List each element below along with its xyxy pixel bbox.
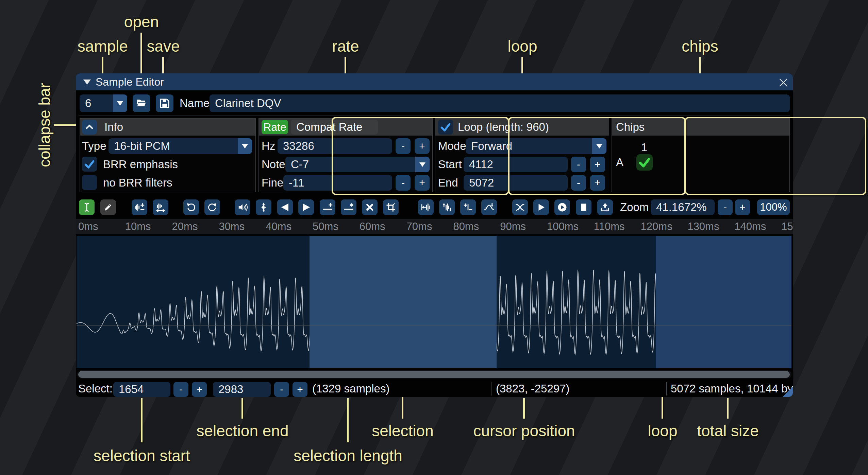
zoom-in-button[interactable]: + bbox=[735, 199, 750, 215]
sign-exchange-button[interactable] bbox=[460, 199, 476, 215]
selection-start-plus-button[interactable]: + bbox=[192, 382, 207, 397]
ibeam-icon bbox=[82, 202, 92, 212]
fine-plus-button[interactable]: + bbox=[415, 175, 430, 191]
rate-badge: Rate bbox=[262, 120, 288, 134]
play-circle-icon bbox=[557, 202, 567, 212]
hz-minus-button[interactable]: - bbox=[396, 138, 411, 154]
open-sample-button[interactable] bbox=[133, 94, 150, 112]
chip-row-header: A bbox=[616, 155, 623, 170]
preview-button[interactable] bbox=[533, 199, 549, 215]
invert-button[interactable] bbox=[439, 199, 455, 215]
no-brr-filters-checkbox[interactable] bbox=[82, 175, 97, 190]
crossfade-icon bbox=[515, 202, 525, 212]
annotation-loop-top: loop bbox=[508, 37, 537, 55]
ruler-tick-label: 140ms bbox=[734, 219, 766, 234]
rate-panel-title[interactable]: Compat Rate bbox=[291, 120, 378, 135]
save-sample-button[interactable] bbox=[156, 94, 173, 112]
waveform-scrollbar[interactable] bbox=[77, 370, 791, 379]
loop-start-input[interactable]: 4112 bbox=[464, 157, 568, 172]
selection-end-minus-button[interactable]: - bbox=[274, 382, 289, 397]
chevron-up-icon bbox=[85, 122, 94, 132]
trim-button[interactable] bbox=[383, 199, 399, 215]
selection-end-value: 2983 bbox=[218, 382, 243, 397]
brr-emphasis-label: BRR emphasis bbox=[103, 157, 178, 172]
close-button[interactable] bbox=[778, 77, 789, 88]
sample-name-input[interactable]: Clarinet DQV bbox=[210, 94, 790, 112]
type-dropdown-arrow[interactable] bbox=[238, 138, 252, 154]
note-select[interactable]: C-7 bbox=[285, 157, 430, 172]
delete-button[interactable] bbox=[362, 199, 378, 215]
resample-button[interactable] bbox=[153, 199, 168, 215]
status-separator bbox=[666, 382, 667, 395]
note-dropdown-arrow[interactable] bbox=[415, 157, 430, 172]
selection-end-input[interactable]: 2983 bbox=[213, 382, 271, 397]
sample-number-select[interactable]: 6 bbox=[80, 94, 127, 112]
window-collapse-icon[interactable] bbox=[83, 80, 91, 85]
loop-end-value: 5072 bbox=[469, 175, 494, 191]
apply-silence-button[interactable] bbox=[341, 199, 356, 215]
loop-end-plus-button[interactable]: + bbox=[590, 175, 605, 191]
name-label: Name bbox=[180, 95, 210, 111]
loop-mode-dropdown-arrow[interactable] bbox=[592, 138, 606, 154]
brr-emphasis-checkbox[interactable] bbox=[82, 157, 97, 172]
info-panel-title: Info bbox=[104, 119, 123, 136]
undo-button[interactable] bbox=[183, 199, 199, 215]
collapse-bar-button[interactable] bbox=[82, 120, 97, 135]
zoom-reset-button[interactable]: 100% bbox=[757, 199, 790, 215]
fine-input[interactable]: -11 bbox=[283, 175, 392, 191]
crossfade-loop-button[interactable] bbox=[512, 199, 528, 215]
ruler-tick-label: 120ms bbox=[641, 219, 672, 234]
waveform-view[interactable] bbox=[77, 236, 791, 368]
loop-end-input[interactable]: 5072 bbox=[464, 175, 568, 191]
annotation-selection-length: selection length bbox=[294, 446, 402, 465]
loop-start-minus-button[interactable]: - bbox=[571, 157, 586, 172]
ruler-tick-label: 50ms bbox=[313, 219, 338, 234]
redo-button[interactable] bbox=[204, 199, 220, 215]
zoom-out-button[interactable]: - bbox=[718, 199, 733, 215]
selection-start-input[interactable]: 1654 bbox=[113, 382, 170, 397]
loop-mode-select[interactable]: Forward bbox=[466, 138, 606, 154]
window-resize-grip[interactable] bbox=[783, 387, 793, 397]
chip-a1-toggle[interactable] bbox=[636, 154, 653, 171]
fade-out-button[interactable] bbox=[298, 199, 314, 215]
sample-number-dropdown-arrow[interactable] bbox=[113, 94, 127, 112]
hz-plus-button[interactable]: + bbox=[415, 138, 430, 154]
fade-out-icon bbox=[301, 202, 311, 212]
mode-label: Mode bbox=[438, 138, 466, 154]
waveform-loop-region bbox=[656, 236, 791, 368]
import-button[interactable] bbox=[597, 199, 613, 215]
insert-silence-button[interactable] bbox=[320, 199, 335, 215]
chips-panel-title: Chips bbox=[616, 119, 645, 136]
timeline-ruler[interactable]: 0ms10ms20ms30ms40ms50ms60ms70ms80ms90ms1… bbox=[76, 219, 793, 234]
preview-selection-button[interactable] bbox=[554, 199, 570, 215]
fade-in-button[interactable] bbox=[277, 199, 293, 215]
normalize-button[interactable] bbox=[256, 199, 271, 215]
silence-plus-icon bbox=[322, 202, 333, 212]
ruler-tick-label: 90ms bbox=[500, 219, 526, 234]
zoom-input[interactable]: 41.1672% bbox=[651, 199, 715, 215]
loop-start-plus-button[interactable]: + bbox=[590, 157, 605, 172]
fine-minus-button[interactable]: - bbox=[396, 175, 411, 191]
loop-enabled-checkbox[interactable] bbox=[438, 120, 453, 135]
invert-icon bbox=[442, 202, 452, 212]
loop-end-minus-button[interactable]: - bbox=[571, 175, 586, 191]
scrollbar-thumb[interactable] bbox=[78, 371, 790, 378]
amplify-button[interactable] bbox=[235, 199, 250, 215]
stop-preview-button[interactable] bbox=[576, 199, 591, 215]
note-value: C-7 bbox=[291, 157, 309, 172]
resize-button[interactable] bbox=[132, 199, 147, 215]
ruler-tick-label: 20ms bbox=[172, 219, 198, 234]
loop-end-label: End bbox=[438, 175, 458, 191]
type-select[interactable]: 16-bit PCM bbox=[108, 138, 252, 154]
window-titlebar[interactable]: Sample Editor bbox=[76, 73, 793, 90]
edit-mode-select-button[interactable] bbox=[79, 199, 95, 215]
silence-star-icon bbox=[344, 202, 354, 212]
apply-filter-button[interactable] bbox=[481, 199, 497, 215]
reverse-button[interactable] bbox=[418, 199, 434, 215]
annotation-collapse-bar: collapse bar bbox=[35, 83, 54, 167]
selection-start-minus-button[interactable]: - bbox=[173, 382, 188, 397]
edit-mode-draw-button[interactable] bbox=[100, 199, 116, 215]
annotation-line-selection-length bbox=[347, 398, 349, 442]
hz-input[interactable]: 33286 bbox=[278, 138, 392, 154]
selection-end-plus-button[interactable]: + bbox=[293, 382, 307, 397]
